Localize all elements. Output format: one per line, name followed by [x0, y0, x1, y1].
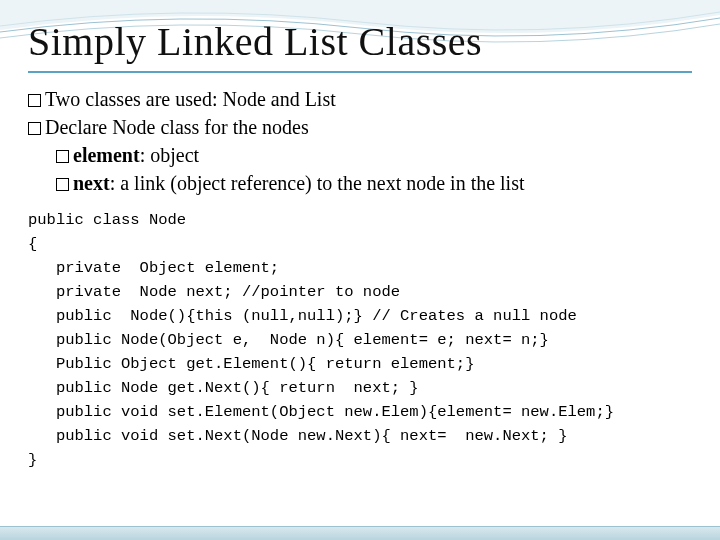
- sub-bullet-item: next: a link (object reference) to the n…: [56, 171, 692, 196]
- page-title: Simply Linked List Classes: [28, 18, 692, 73]
- footer-bar: [0, 526, 720, 540]
- code-block: public class Node { private Object eleme…: [28, 208, 692, 472]
- bullet-item: Declare Node class for the nodes: [28, 115, 692, 140]
- bullet-box-icon: [28, 122, 41, 135]
- bullet-text: Declare Node class for the nodes: [45, 116, 309, 138]
- sub-bullet-rest: : object: [140, 144, 199, 166]
- bullet-box-icon: [56, 150, 69, 163]
- bullet-item: Two classes are used: Node and List: [28, 87, 692, 112]
- sub-bullet-item: element: object: [56, 143, 692, 168]
- bullet-text: Two classes are used: Node and List: [45, 88, 336, 110]
- sub-bullet-bold: next: [73, 172, 110, 194]
- sub-bullet-bold: element: [73, 144, 140, 166]
- slide-content: Simply Linked List Classes Two classes a…: [0, 0, 720, 482]
- bullet-box-icon: [56, 178, 69, 191]
- bullet-box-icon: [28, 94, 41, 107]
- sub-bullet-rest: : a link (object reference) to the next …: [110, 172, 525, 194]
